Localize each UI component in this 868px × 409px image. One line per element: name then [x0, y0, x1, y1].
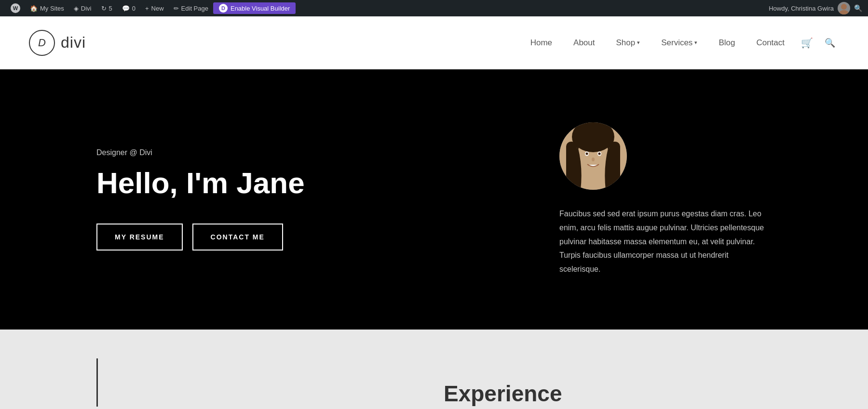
howdy-text: Howdy, Christina Gwira	[769, 5, 834, 12]
services-dropdown-icon: ▾	[694, 40, 697, 46]
comments-count: 0	[132, 5, 136, 12]
cart-icon[interactable]: 🛒	[797, 33, 817, 53]
wordpress-icon: W	[11, 3, 20, 13]
nav-about[interactable]: About	[565, 34, 603, 52]
nav-contact-label: Contact	[756, 38, 785, 48]
updates-count: 5	[109, 5, 112, 12]
below-hero-section: Experience	[0, 330, 868, 409]
hero-section: Designer @ Divi Hello, I'm Jane MY RESUM…	[0, 69, 868, 330]
hero-left: Designer @ Divi Hello, I'm Jane MY RESUM…	[96, 148, 530, 251]
nav-blog-label: Blog	[719, 38, 735, 48]
updates-button[interactable]: ↻ 5	[96, 0, 117, 16]
new-button[interactable]: + New	[140, 0, 169, 16]
hero-right: Faucibus sed sed erat ipsum purus egesta…	[530, 122, 772, 277]
hero-subtitle: Designer @ Divi	[96, 148, 530, 157]
main-nav: Home About Shop ▾ Services ▾ Blog Contac…	[522, 33, 839, 53]
divi-icon: ◈	[74, 5, 79, 12]
my-sites-icon: 🏠	[30, 5, 38, 12]
nav-services-label: Services	[661, 38, 692, 48]
hero-buttons: MY RESUME CONTACT ME	[96, 224, 530, 251]
divi-builder-icon: D	[219, 4, 228, 13]
site-logo[interactable]: D divi	[29, 30, 86, 56]
enable-visual-builder-button[interactable]: D Enable Visual Builder	[213, 2, 296, 14]
nav-contact[interactable]: Contact	[747, 34, 793, 52]
svg-point-11	[592, 158, 595, 161]
nav-about-label: About	[573, 38, 595, 48]
contact-me-button[interactable]: CONTACT ME	[192, 224, 283, 251]
avatar-image	[559, 122, 627, 190]
experience-card-placeholder	[96, 358, 405, 407]
nav-shop-label: Shop	[616, 38, 635, 48]
comments-button[interactable]: 💬 0	[117, 0, 140, 16]
search-admin-icon[interactable]: 🔍	[854, 4, 862, 12]
admin-bar-right: Howdy, Christina Gwira 🔍	[769, 2, 862, 14]
experience-title: Experience	[444, 381, 562, 407]
hero-title: Hello, I'm Jane	[96, 167, 530, 199]
nav-home-label: Home	[530, 38, 552, 48]
svg-point-10	[598, 153, 601, 155]
new-icon: +	[145, 5, 149, 12]
hero-description: Faucibus sed sed erat ipsum purus egesta…	[559, 207, 772, 277]
nav-shop[interactable]: Shop ▾	[607, 34, 649, 52]
nav-services[interactable]: Services ▾	[652, 34, 706, 52]
nav-home[interactable]: Home	[522, 34, 561, 52]
updates-icon: ↻	[101, 5, 107, 12]
logo-letter: D	[38, 37, 46, 49]
nav-blog[interactable]: Blog	[710, 34, 744, 52]
hero-avatar	[559, 122, 627, 190]
divi-label: Divi	[81, 5, 92, 12]
svg-point-1	[839, 10, 849, 14]
edit-icon: ✏	[174, 5, 179, 12]
my-sites-button[interactable]: 🏠 My Sites	[25, 0, 69, 16]
search-icon[interactable]: 🔍	[821, 34, 839, 52]
logo-text: divi	[61, 34, 86, 52]
user-avatar[interactable]	[838, 2, 850, 14]
wp-icon-button[interactable]: W	[6, 0, 25, 16]
edit-page-label: Edit Page	[181, 5, 208, 12]
svg-point-12	[574, 125, 612, 152]
comments-icon: 💬	[122, 5, 130, 12]
admin-bar-left: W 🏠 My Sites ◈ Divi ↻ 5 💬 0 + New ✏ Edit…	[6, 0, 769, 16]
my-sites-label: My Sites	[40, 5, 64, 12]
enable-visual-builder-label: Enable Visual Builder	[231, 5, 290, 12]
resume-button[interactable]: MY RESUME	[96, 224, 183, 251]
site-header: D divi Home About Shop ▾ Services ▾ Blog…	[0, 16, 868, 69]
admin-bar: W 🏠 My Sites ◈ Divi ↻ 5 💬 0 + New ✏ Edit…	[0, 0, 868, 16]
svg-point-9	[586, 153, 588, 155]
shop-dropdown-icon: ▾	[637, 40, 640, 46]
edit-page-button[interactable]: ✏ Edit Page	[169, 0, 213, 16]
divi-button[interactable]: ◈ Divi	[69, 0, 96, 16]
logo-circle-icon: D	[29, 30, 55, 56]
experience-section: Experience	[96, 358, 772, 407]
svg-point-0	[841, 4, 847, 10]
new-label: New	[151, 5, 164, 12]
